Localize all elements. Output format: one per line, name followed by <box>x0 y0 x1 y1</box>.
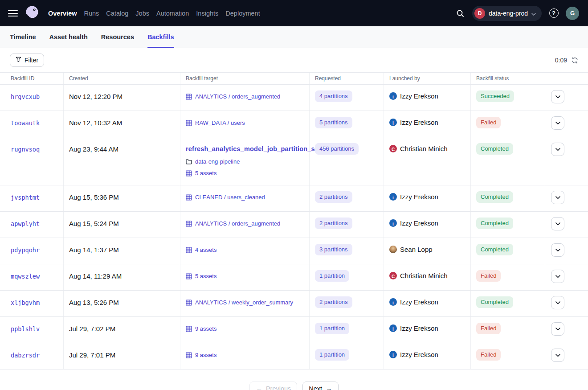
target-link[interactable]: 9 assets <box>195 324 216 333</box>
chevron-down-icon <box>555 95 560 99</box>
target-link[interactable]: 5 assets <box>195 168 216 178</box>
nav-item-insights[interactable]: Insights <box>196 10 218 17</box>
launched-by-name: Izzy Erekson <box>400 91 438 101</box>
backfill-id-link[interactable]: toowautk <box>11 119 40 127</box>
refresh-icon[interactable] <box>571 56 579 65</box>
nav-item-catalog[interactable]: Catalog <box>106 10 128 17</box>
target-link[interactable]: 5 assets <box>195 271 216 281</box>
backfill-id-link[interactable]: rugnvsoq <box>11 146 40 153</box>
nav-item-overview[interactable]: Overview <box>48 10 77 17</box>
backfill-row: toowautk Nov 12, 10:32 AM RAW_DATA / use… <box>0 111 588 137</box>
target-link[interactable]: ANALYTICS / orders_augmented <box>195 219 280 228</box>
asset-grid-icon <box>186 326 192 332</box>
row-actions-dropdown-button[interactable] <box>551 217 564 230</box>
row-actions-dropdown-button[interactable] <box>551 349 564 362</box>
requested-partitions-badge: 1 partition <box>315 270 349 282</box>
backfill-id-link[interactable]: ppblshlv <box>11 325 40 333</box>
launched-by-name: Izzy Erekson <box>400 218 438 228</box>
tab-asset-health[interactable]: Asset health <box>49 26 88 48</box>
folder-icon <box>186 159 192 164</box>
backfills-table: Backfill IDCreatedBackfill targetRequest… <box>0 72 588 369</box>
nav-item-runs[interactable]: Runs <box>84 10 99 17</box>
user-avatar[interactable]: G <box>566 7 579 20</box>
backfill-id-link[interactable]: jvsphtmt <box>11 194 40 201</box>
filter-button[interactable]: Filter <box>10 53 44 67</box>
created-timestamp: Aug 14, 1:37 PM <box>69 246 119 254</box>
backfill-id-link[interactable]: xljbgvhm <box>11 299 40 306</box>
backfill-id-link[interactable]: mqwszlew <box>11 273 40 280</box>
user-avatar-icon: i <box>389 219 397 227</box>
backfill-status-badge: Succeeded <box>476 90 514 102</box>
backfill-target-cell: ANALYTICS / orders_augmented <box>180 85 310 111</box>
backfill-id-link[interactable]: hrgvcxub <box>11 93 40 100</box>
row-actions-dropdown-button[interactable] <box>551 243 564 257</box>
backfill-id-link[interactable]: pdypqohr <box>11 246 40 254</box>
launched-by-name: Izzy Erekson <box>400 324 438 333</box>
requested-partitions-badge: 2 partitions <box>315 191 352 203</box>
requested-partitions-badge: 1 partition <box>315 349 349 361</box>
asset-grid-icon <box>186 300 192 306</box>
backfill-row: rugnvsoq Aug 23, 9:44 AM refresh_analyti… <box>0 137 588 185</box>
row-actions-dropdown-button[interactable] <box>551 116 564 130</box>
search-icon[interactable] <box>453 7 467 20</box>
previous-label: Previous <box>266 385 291 390</box>
row-actions-dropdown-button[interactable] <box>551 191 564 204</box>
user-avatar-icon: i <box>389 324 397 332</box>
dagster-logo-icon[interactable] <box>23 4 41 23</box>
column-header-requested: Requested <box>310 73 384 84</box>
arrow-right-icon: → <box>326 385 332 390</box>
tab-resources[interactable]: Resources <box>101 26 134 48</box>
help-icon[interactable]: ? <box>547 7 560 20</box>
backfill-target-cell: ANALYTICS / weekly_order_summary <box>180 291 310 316</box>
launched-by: i Izzy Erekson <box>389 91 465 101</box>
backfill-row: pdypqohr Aug 14, 1:37 PM 4 assets 3 part… <box>0 238 588 264</box>
asset-grid-icon <box>186 221 192 227</box>
backfill-status-badge: Completed <box>476 191 513 203</box>
menu-button[interactable] <box>8 10 18 16</box>
backfill-row: mqwszlew Aug 14, 11:29 AM 5 assets 1 par… <box>0 264 588 291</box>
user-avatar-icon: i <box>389 92 397 100</box>
target-link[interactable]: ANALYTICS / weekly_order_summary <box>195 298 293 307</box>
next-page-button[interactable]: Next → <box>302 382 338 390</box>
created-timestamp: Jul 29, 7:02 PM <box>69 325 115 333</box>
backfill-row: jvsphtmt Aug 15, 5:36 PM CLEANED / users… <box>0 185 588 212</box>
column-header-backfill-id: Backfill ID <box>0 73 64 84</box>
asset-grid-icon <box>186 247 192 253</box>
row-actions-dropdown-button[interactable] <box>551 270 564 283</box>
nav-item-automation[interactable]: Automation <box>156 10 189 17</box>
user-photo-avatar <box>389 246 397 253</box>
row-actions-dropdown-button[interactable] <box>551 90 564 103</box>
backfill-row: apwplyht Aug 15, 5:24 PM ANALYTICS / ord… <box>0 212 588 238</box>
launched-by: i Izzy Erekson <box>389 118 465 127</box>
tab-backfills[interactable]: Backfills <box>147 26 174 48</box>
backfill-id-link[interactable]: dabzrsdr <box>11 352 40 359</box>
backfill-id-link[interactable]: apwplyht <box>11 220 40 227</box>
workspace-selector[interactable]: D data-eng-prod <box>472 6 542 21</box>
chevron-down-icon <box>555 328 560 331</box>
backfill-status-badge: Failed <box>476 349 501 361</box>
target-link[interactable]: CLEANED / users_cleaned <box>195 193 265 202</box>
row-actions-dropdown-button[interactable] <box>551 322 564 336</box>
target-link[interactable]: 4 assets <box>195 245 216 255</box>
column-header-launched-by: Launched by <box>384 73 471 84</box>
target-link[interactable]: RAW_DATA / users <box>195 118 245 127</box>
chevron-down-icon <box>555 249 560 252</box>
launched-by-name: Izzy Erekson <box>400 118 438 127</box>
row-actions-dropdown-button[interactable] <box>551 296 564 309</box>
nav-item-jobs[interactable]: Jobs <box>135 10 149 17</box>
requested-partitions-badge: 1 partition <box>315 323 349 334</box>
filter-button-label: Filter <box>24 57 38 64</box>
job-partition-set-link[interactable]: refresh_analytics_model_job_partition_se… <box>186 144 321 154</box>
requested-partitions-badge: 456 partitions <box>315 143 359 155</box>
nav-item-deployment[interactable]: Deployment <box>225 10 260 17</box>
target-link[interactable]: 9 assets <box>195 350 216 360</box>
previous-page-button[interactable]: ← Previous <box>249 382 297 390</box>
asset-grid-icon <box>186 352 192 358</box>
pagination: ← Previous Next → <box>0 369 588 390</box>
tab-timeline[interactable]: Timeline <box>10 26 36 48</box>
target-link[interactable]: ANALYTICS / orders_augmented <box>195 92 280 101</box>
row-actions-dropdown-button[interactable] <box>551 143 564 156</box>
user-avatar-icon: i <box>389 119 397 126</box>
navbar-right-group: D data-eng-prod ? G <box>453 6 579 21</box>
target-link[interactable]: data-eng-pipeline <box>195 157 240 166</box>
